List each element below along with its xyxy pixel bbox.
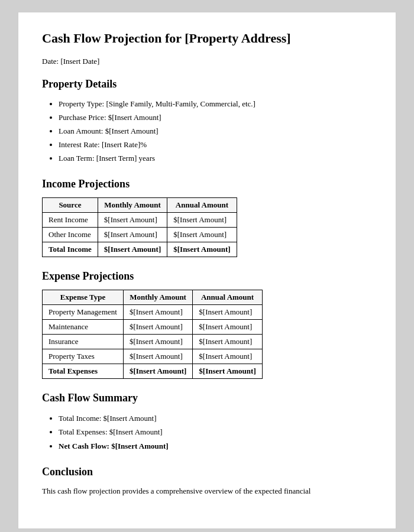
- expense-total-monthly: $[Insert Amount]: [123, 364, 192, 379]
- income-projections-section: Income Projections Source Monthly Amount…: [42, 178, 372, 257]
- list-item: Loan Amount: $[Insert Amount]: [59, 125, 372, 138]
- table-row: Other Income $[Insert Amount] $[Insert A…: [43, 228, 237, 242]
- income-row0-source: Rent Income: [43, 213, 98, 228]
- summary-item-income: Total Income: $[Insert Amount]: [59, 411, 372, 425]
- income-col-source: Source: [43, 198, 98, 213]
- table-row: Property Taxes $[Insert Amount] $[Insert…: [43, 349, 263, 364]
- conclusion-heading: Conclusion: [42, 466, 372, 478]
- income-row0-monthly: $[Insert Amount]: [98, 213, 167, 228]
- expense-row0-monthly: $[Insert Amount]: [123, 305, 192, 320]
- income-total-annual: $[Insert Amount]: [167, 242, 237, 257]
- list-item: Loan Term: [Insert Term] years: [59, 152, 372, 165]
- list-item: Property Type: [Single Family, Multi-Fam…: [59, 98, 372, 111]
- income-total-row: Total Income $[Insert Amount] $[Insert A…: [43, 242, 237, 257]
- expense-row2-annual: $[Insert Amount]: [193, 335, 262, 349]
- expense-row3-type: Property Taxes: [43, 349, 124, 364]
- property-details-list: Property Type: [Single Family, Multi-Fam…: [42, 98, 372, 165]
- date-line: Date: [Insert Date]: [42, 57, 372, 66]
- income-row1-annual: $[Insert Amount]: [167, 228, 237, 242]
- expense-total-row: Total Expenses $[Insert Amount] $[Insert…: [43, 364, 263, 379]
- table-row: Property Management $[Insert Amount] $[I…: [43, 305, 263, 320]
- expense-projections-heading: Expense Projections: [42, 270, 372, 283]
- expense-row3-monthly: $[Insert Amount]: [123, 349, 192, 364]
- income-row1-monthly: $[Insert Amount]: [98, 228, 167, 242]
- conclusion-text: This cash flow projection provides a com…: [42, 485, 372, 498]
- summary-list: Total Income: $[Insert Amount] Total Exp…: [42, 411, 372, 453]
- summary-item-net: Net Cash Flow: $[Insert Amount]: [59, 439, 372, 453]
- income-col-annual: Annual Amount: [167, 198, 237, 213]
- expense-row2-monthly: $[Insert Amount]: [123, 335, 192, 349]
- table-row: Rent Income $[Insert Amount] $[Insert Am…: [43, 213, 237, 228]
- expense-col-type: Expense Type: [43, 290, 124, 305]
- table-row: Insurance $[Insert Amount] $[Insert Amou…: [43, 335, 263, 349]
- cash-flow-summary-heading: Cash Flow Summary: [42, 392, 372, 404]
- income-total-label: Total Income: [43, 242, 98, 257]
- summary-item-expenses: Total Expenses: $[Insert Amount]: [59, 425, 372, 439]
- table-row: Maintenance $[Insert Amount] $[Insert Am…: [43, 320, 263, 335]
- expense-row1-annual: $[Insert Amount]: [193, 320, 262, 335]
- property-details-section: Property Details Property Type: [Single …: [42, 78, 372, 165]
- expense-row3-annual: $[Insert Amount]: [193, 349, 262, 364]
- income-row1-source: Other Income: [43, 228, 98, 242]
- income-table: Source Monthly Amount Annual Amount Rent…: [42, 197, 237, 257]
- expense-row1-type: Maintenance: [43, 320, 124, 335]
- page-container: Cash Flow Projection for [Property Addre…: [18, 12, 396, 529]
- expense-row0-type: Property Management: [43, 305, 124, 320]
- income-col-monthly: Monthly Amount: [98, 198, 167, 213]
- expense-total-label: Total Expenses: [43, 364, 124, 379]
- income-projections-heading: Income Projections: [42, 178, 372, 190]
- expense-col-annual: Annual Amount: [193, 290, 262, 305]
- expense-row0-annual: $[Insert Amount]: [193, 305, 262, 320]
- income-total-monthly: $[Insert Amount]: [98, 242, 167, 257]
- expense-table: Expense Type Monthly Amount Annual Amoun…: [42, 290, 263, 379]
- income-row0-annual: $[Insert Amount]: [167, 213, 237, 228]
- expense-row1-monthly: $[Insert Amount]: [123, 320, 192, 335]
- expense-projections-section: Expense Projections Expense Type Monthly…: [42, 270, 372, 379]
- cash-flow-summary-section: Cash Flow Summary Total Income: $[Insert…: [42, 392, 372, 453]
- list-item: Interest Rate: [Insert Rate]%: [59, 138, 372, 151]
- expense-col-monthly: Monthly Amount: [123, 290, 192, 305]
- property-details-heading: Property Details: [42, 78, 372, 90]
- list-item: Purchase Price: $[Insert Amount]: [59, 111, 372, 124]
- main-title: Cash Flow Projection for [Property Addre…: [42, 30, 372, 47]
- expense-row2-type: Insurance: [43, 335, 124, 349]
- conclusion-section: Conclusion This cash flow projection pro…: [42, 466, 372, 498]
- expense-total-annual: $[Insert Amount]: [193, 364, 262, 379]
